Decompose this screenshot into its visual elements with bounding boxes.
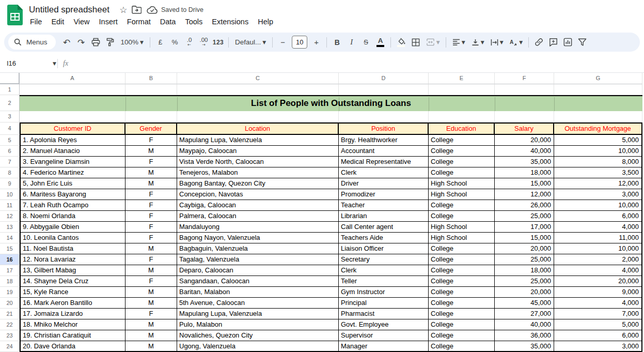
title-cell[interactable]: List of People with Outstanding Loans — [20, 95, 642, 111]
row-number[interactable]: 10 — [0, 189, 20, 200]
cell[interactable]: M — [125, 167, 177, 178]
menu-edit[interactable]: Edit — [46, 17, 69, 27]
cell[interactable]: 3,500 — [554, 167, 642, 178]
cell[interactable]: Bagong Nayon, Valenzuela — [177, 233, 339, 243]
cell[interactable]: 5th Avenue, Caloocan — [177, 298, 339, 309]
table-header-cell[interactable]: Location — [177, 123, 339, 135]
cell[interactable]: Baritan, Malabon — [177, 287, 339, 298]
cell[interactable]: 40,000 — [495, 319, 554, 330]
cell[interactable]: High School — [429, 222, 495, 233]
column-header-D[interactable]: D — [339, 73, 429, 84]
row-number[interactable]: 16 — [0, 254, 20, 265]
cell[interactable]: M — [125, 319, 177, 330]
formula-input[interactable] — [68, 54, 644, 72]
cell[interactable]: M — [125, 146, 177, 157]
cell[interactable]: 11,000 — [554, 233, 642, 243]
cell[interactable]: 10,000 — [554, 243, 642, 254]
cell[interactable]: 18. Mhiko Melchor — [20, 319, 125, 330]
cell[interactable]: 15,000 — [495, 233, 554, 243]
cell[interactable]: 40,000 — [495, 146, 554, 157]
cell[interactable]: Pulo, Malabon — [177, 319, 339, 330]
strikethrough-button[interactable]: S — [359, 36, 373, 49]
row-number[interactable]: 1 — [0, 84, 20, 95]
row-number[interactable]: 17 — [0, 265, 20, 276]
horizontal-align-button[interactable]: ▼ — [449, 36, 468, 49]
table-header-cell[interactable]: Education — [429, 123, 495, 135]
cell[interactable] — [554, 84, 642, 95]
cell[interactable]: Ugong, Valenzuela — [177, 341, 339, 352]
cell[interactable]: College — [429, 243, 495, 254]
cell[interactable]: Brgy. Healthworker — [339, 135, 429, 146]
table-header-cell[interactable]: Outstanding Mortgage — [554, 123, 642, 135]
table-header-cell[interactable]: Customer ID — [20, 123, 125, 135]
redo-button[interactable]: ↷ — [74, 36, 88, 49]
row-number[interactable]: 9 — [0, 178, 20, 189]
row-number[interactable]: 19 — [0, 287, 20, 298]
cell[interactable]: 26,000 — [495, 200, 554, 211]
cell[interactable]: College — [429, 167, 495, 178]
cell[interactable] — [125, 84, 177, 95]
cell[interactable]: 10. Leonila Cantos — [20, 233, 125, 243]
text-rotation-button[interactable]: A ▼ — [507, 36, 525, 49]
cell[interactable]: 3. Evangeline Diamsin — [20, 157, 125, 167]
table-header-cell[interactable]: Gender — [125, 123, 177, 135]
cell[interactable]: 20,000 — [495, 243, 554, 254]
cell[interactable]: 7,000 — [554, 309, 642, 319]
number-format-button[interactable]: 123 — [211, 36, 225, 49]
cell[interactable]: Call Center agent — [339, 222, 429, 233]
cell[interactable]: 12,000 — [554, 178, 642, 189]
cell[interactable]: 5,000 — [554, 135, 642, 146]
menu-view[interactable]: View — [69, 17, 94, 27]
cell[interactable]: Teacher — [339, 200, 429, 211]
cell[interactable]: 18,000 — [495, 167, 554, 178]
cell[interactable]: M — [125, 243, 177, 254]
table-header-cell[interactable]: Position — [339, 123, 429, 135]
cell[interactable]: College — [429, 146, 495, 157]
cell[interactable] — [429, 111, 495, 123]
row-number[interactable]: 12 — [0, 211, 20, 222]
move-to-folder-icon[interactable] — [130, 4, 144, 16]
select-all-corner[interactable] — [0, 73, 20, 84]
bold-button[interactable]: B — [330, 36, 344, 49]
cell[interactable]: Tenejeros, Malabon — [177, 167, 339, 178]
cell[interactable] — [495, 84, 554, 95]
cell[interactable] — [20, 111, 125, 123]
column-header-C[interactable]: C — [177, 73, 339, 84]
column-header-F[interactable]: F — [495, 73, 554, 84]
cell[interactable]: 11. Noel Bautista — [20, 243, 125, 254]
cell[interactable]: College — [429, 276, 495, 287]
cell[interactable]: Mapulang Lupa, Valenzuela — [177, 309, 339, 319]
cell[interactable]: F — [125, 309, 177, 319]
borders-button[interactable] — [409, 36, 422, 49]
cell[interactable]: 10,000 — [554, 200, 642, 211]
cell[interactable]: Bagong Bantay, Quezon City — [177, 178, 339, 189]
cell[interactable]: 18,000 — [495, 265, 554, 276]
decrease-font-size-button[interactable]: − — [276, 36, 290, 49]
row-number[interactable]: 7 — [0, 157, 20, 167]
cell[interactable]: Driver — [339, 178, 429, 189]
cell[interactable]: Bagbaguin, Valenzuela — [177, 243, 339, 254]
row-number[interactable]: 5 — [0, 135, 20, 146]
cell[interactable] — [125, 111, 177, 123]
cell[interactable]: M — [125, 265, 177, 276]
cell[interactable]: 20,000 — [554, 276, 642, 287]
cell[interactable]: 15, Kyle Rance — [20, 287, 125, 298]
cell[interactable]: Principal — [339, 298, 429, 309]
undo-button[interactable]: ↶ — [60, 36, 74, 49]
cell[interactable]: College — [429, 309, 495, 319]
print-button[interactable] — [89, 36, 103, 49]
font-family-selector[interactable]: Defaul... ▼ — [232, 36, 269, 49]
row-number[interactable]: 20 — [0, 298, 20, 309]
row-number[interactable]: 2 — [0, 95, 20, 111]
menu-tools[interactable]: Tools — [180, 17, 207, 27]
column-header-G[interactable]: G — [554, 73, 642, 84]
decrease-decimal-button[interactable]: .0← — [182, 36, 196, 49]
star-icon[interactable]: ☆ — [117, 4, 130, 16]
cell[interactable]: 19. Christian Caratiquit — [20, 330, 125, 341]
cell[interactable]: College — [429, 330, 495, 341]
column-header-B[interactable]: B — [125, 73, 177, 84]
cell[interactable]: 17,000 — [495, 222, 554, 233]
cell[interactable]: College — [429, 200, 495, 211]
menu-data[interactable]: Data — [155, 17, 181, 27]
row-number[interactable]: 4 — [0, 123, 20, 135]
